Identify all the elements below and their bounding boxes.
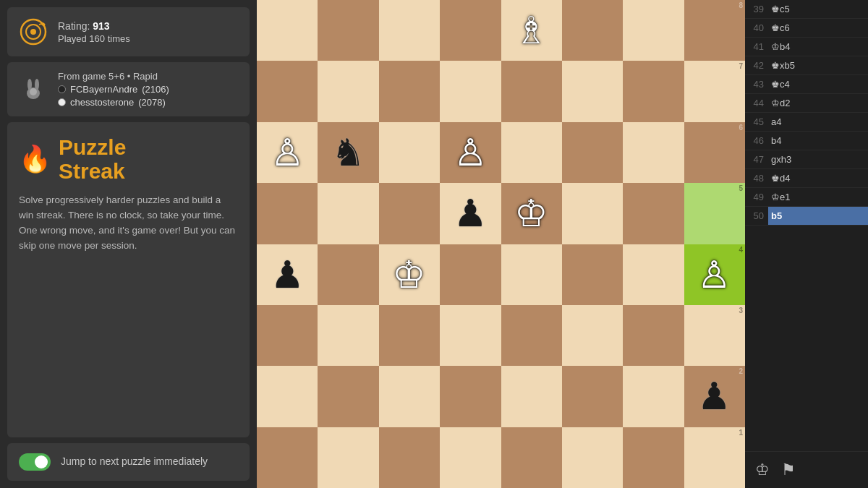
chess-piece: ♟ [271, 256, 305, 294]
board-cell[interactable] [623, 427, 684, 488]
board-cell[interactable] [562, 61, 623, 121]
board-cell[interactable] [562, 183, 623, 244]
move-white[interactable]: b5 [768, 207, 868, 225]
board-cell[interactable] [623, 366, 684, 427]
board-cell[interactable] [440, 244, 501, 305]
move-white[interactable]: gxh3 [768, 150, 868, 168]
board-cell[interactable] [257, 305, 318, 366]
move-number: 41 [745, 38, 768, 56]
board-cell[interactable] [501, 366, 562, 427]
move-white[interactable]: ♔d2 [768, 94, 868, 112]
chess-piece: ♔ [514, 194, 548, 232]
board-cell[interactable] [318, 305, 378, 366]
move-white[interactable]: ♚d4 [768, 169, 868, 187]
move-white[interactable]: ♚c5 [768, 0, 868, 18]
board-cell[interactable] [379, 0, 440, 61]
board-cell[interactable] [623, 244, 684, 305]
board-cell[interactable]: 6 [684, 122, 745, 183]
board-cell[interactable]: ♟ [257, 244, 318, 305]
board-cell[interactable]: 3 [684, 305, 745, 366]
game-title: From game 5+6 • Rapid [58, 71, 169, 82]
board-cell[interactable] [318, 61, 378, 121]
board-cell[interactable] [501, 122, 562, 183]
board-cell[interactable] [379, 122, 440, 183]
move-number: 47 [745, 150, 768, 168]
move-white[interactable]: a4 [768, 113, 868, 131]
move-white[interactable]: ♔e1 [768, 188, 868, 206]
board-cell[interactable]: 4♙ [684, 244, 745, 305]
board-cell[interactable] [562, 305, 623, 366]
board-cell[interactable] [318, 244, 378, 305]
move-white[interactable]: ♚c6 [768, 19, 868, 37]
streak-header: 🔥 PuzzleStreak [19, 135, 238, 183]
board-cell[interactable] [257, 427, 318, 488]
move-white[interactable]: b4 [768, 132, 868, 150]
move-white[interactable]: ♚xb5 [768, 56, 868, 74]
move-white[interactable]: ♔b4 [768, 38, 868, 56]
player2-rating: (2078) [138, 97, 166, 108]
board-cell[interactable]: ♞ [318, 122, 378, 183]
chess-board[interactable]: ♗87♙♞♙6♟♔5♟♔4♙32♟1 [257, 0, 745, 488]
board-cell[interactable] [623, 61, 684, 121]
move-white[interactable]: ♚c4 [768, 75, 868, 93]
target-icon [17, 16, 49, 48]
toggle-slider [19, 453, 51, 471]
jump-toggle[interactable] [19, 453, 51, 471]
board-cell[interactable]: 8 [684, 0, 745, 61]
rank-label: 8 [739, 1, 743, 9]
board-cell[interactable] [318, 0, 378, 61]
board-cell[interactable] [257, 61, 318, 121]
board-cell[interactable] [257, 0, 318, 61]
board-cell[interactable]: 2♟ [684, 366, 745, 427]
rating-value: 913 [93, 20, 109, 32]
chess-piece: ♟ [454, 194, 488, 232]
move-row: 49♔e1 [745, 188, 868, 207]
board-cell[interactable] [440, 0, 501, 61]
board-cell[interactable]: ♙ [257, 122, 318, 183]
board-cell[interactable] [318, 427, 378, 488]
board-cell[interactable] [318, 366, 378, 427]
board-cell[interactable] [379, 427, 440, 488]
moves-list[interactable]: 39♚c540♚c641♔b442♚xb543♚c444♔d245a446b44… [745, 0, 868, 451]
board-cell[interactable] [623, 305, 684, 366]
board-cell[interactable] [623, 0, 684, 61]
board-cell[interactable] [318, 183, 378, 244]
board-cell[interactable] [379, 305, 440, 366]
board-cell[interactable] [379, 61, 440, 121]
board-cell[interactable] [562, 427, 623, 488]
board-cell[interactable]: 7 [684, 61, 745, 121]
board-cell[interactable] [257, 366, 318, 427]
board-cell[interactable] [501, 61, 562, 121]
board-cell[interactable]: ♔ [501, 183, 562, 244]
board-cell[interactable] [257, 183, 318, 244]
board-cell[interactable] [501, 427, 562, 488]
board-cell[interactable]: ♟ [440, 183, 501, 244]
board-cell[interactable] [440, 427, 501, 488]
move-number: 39 [745, 0, 768, 18]
rating-card: Rating: 913 Played 160 times [7, 7, 250, 56]
board-cell[interactable] [623, 183, 684, 244]
move-number: 46 [745, 132, 768, 150]
board-cell[interactable]: ♔ [379, 244, 440, 305]
board-cell[interactable]: 5 [684, 183, 745, 244]
board-cell[interactable] [501, 305, 562, 366]
board-cell[interactable] [501, 244, 562, 305]
board-cell[interactable] [440, 61, 501, 121]
board-cell[interactable] [440, 305, 501, 366]
board-cell[interactable] [562, 366, 623, 427]
move-number: 48 [745, 169, 768, 187]
board-cell[interactable]: 1 [684, 427, 745, 488]
board-cell[interactable] [623, 122, 684, 183]
board-cell[interactable] [562, 0, 623, 61]
board-cell[interactable] [562, 244, 623, 305]
board-cell[interactable] [440, 366, 501, 427]
player2-name: chesstosterone [70, 97, 134, 108]
board-cell[interactable] [379, 366, 440, 427]
board-cell[interactable]: ♗ [501, 0, 562, 61]
move-row: 40♚c6 [745, 19, 868, 38]
svg-point-5 [35, 79, 39, 90]
board-cell[interactable] [379, 183, 440, 244]
board-cell[interactable] [562, 122, 623, 183]
board-cell[interactable]: ♙ [440, 122, 501, 183]
streak-body: Solve progressively harder puzzles and b… [19, 193, 238, 254]
